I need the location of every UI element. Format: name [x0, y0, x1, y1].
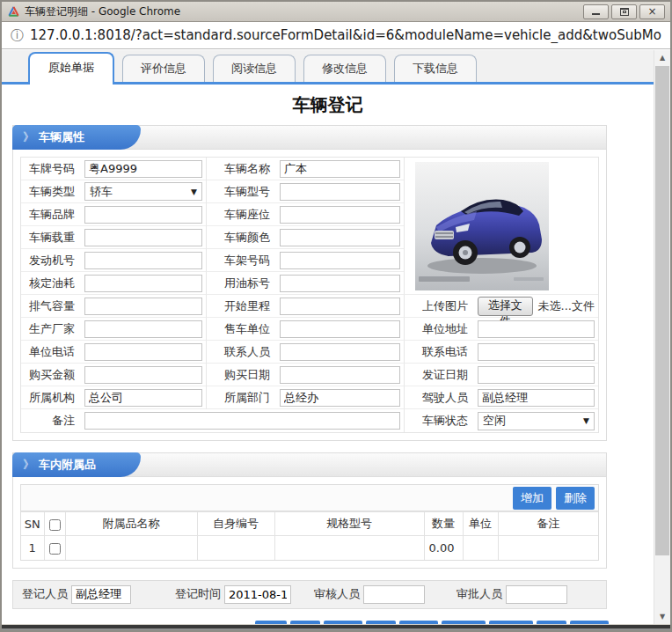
cell-accessory-name[interactable] [65, 536, 197, 560]
file-status-text: 未选...文件 [538, 298, 595, 314]
cell-own-code[interactable] [197, 536, 274, 560]
color-input[interactable] [280, 229, 400, 246]
seller-address-input[interactable] [478, 320, 595, 338]
accessories-panel: 》车内附属品 增加 删除 [12, 452, 607, 569]
organization-input[interactable] [84, 389, 202, 407]
url-text[interactable]: 127.0.0.1:8018/?act=standard.sourceFormD… [30, 27, 661, 43]
seller-phone-input[interactable] [84, 343, 202, 361]
remark-input[interactable] [84, 412, 400, 430]
col-quantity: 数量 [424, 512, 463, 536]
purchase-date-input[interactable] [280, 366, 400, 384]
table-row: 1 0.00 [21, 536, 598, 560]
close-button[interactable]: × [639, 4, 665, 19]
contact-person-input[interactable] [280, 343, 400, 361]
browser-window: 车辆登记明细 - Google Chrome × ⓘ 127.0.0.1:801… [0, 0, 672, 632]
purchase-date-label: 购买日期 [206, 364, 276, 386]
approver-label: 审批人员 [457, 586, 502, 602]
accessories-table: SN 附属品名称 自身编号 规格型号 数量 单位 备注 1 [21, 511, 598, 560]
col-own-code: 自身编号 [197, 512, 274, 536]
cell-sn: 1 [21, 536, 44, 560]
app-logo-icon [7, 5, 20, 18]
start-mileage-input[interactable] [280, 298, 400, 315]
scroll-up-icon[interactable]: ▲ [654, 50, 670, 65]
chevron-down-icon: ▼ [191, 187, 197, 196]
choose-file-button[interactable]: 选择文件 [478, 297, 533, 316]
purchase-amount-input[interactable] [84, 366, 202, 384]
cell-quantity[interactable]: 0.00 [424, 536, 463, 560]
vehicle-form: 车牌号码 车辆名称 [20, 157, 599, 433]
delete-row-button[interactable]: 删除 [556, 487, 595, 510]
tab-modification-info[interactable]: 修改信息 [303, 55, 386, 82]
fuel-rate-label: 核定油耗 [21, 272, 81, 295]
department-input[interactable] [280, 389, 400, 407]
col-unit: 单位 [463, 512, 498, 536]
color-label: 车辆颜色 [206, 226, 276, 249]
brand-label: 车辆品牌 [21, 203, 81, 226]
add-row-button[interactable]: 增加 [513, 487, 551, 510]
cell-spec-model[interactable] [274, 536, 424, 560]
approver-input[interactable] [506, 585, 567, 604]
register-person-input[interactable] [71, 585, 131, 604]
manufacturer-label: 生产厂家 [21, 318, 81, 341]
row-checkbox[interactable] [49, 543, 61, 555]
maximize-icon [620, 8, 629, 16]
window-bottom-frame [2, 624, 670, 630]
tab-download-info[interactable]: 下载信息 [394, 55, 477, 82]
vehicle-status-select[interactable]: 空闲 ▼ [478, 412, 595, 430]
seller-phone-label: 单位电话 [21, 341, 81, 364]
contact-phone-label: 联系电话 [404, 341, 474, 364]
table-header-row: SN 附属品名称 自身编号 规格型号 数量 单位 备注 [21, 512, 598, 536]
contact-person-label: 联系人员 [206, 341, 276, 364]
plate-input[interactable] [84, 160, 202, 178]
window-title: 车辆登记明细 - Google Chrome [25, 4, 583, 19]
manufacturer-input[interactable] [84, 320, 202, 338]
vehicle-type-select[interactable]: 轿车 ▼ [84, 182, 202, 201]
brand-input[interactable] [84, 206, 202, 224]
col-sn: SN [21, 512, 44, 536]
load-input[interactable] [84, 229, 202, 246]
page-title: 车辆登记 [2, 93, 654, 117]
tab-evaluation-info[interactable]: 评价信息 [122, 55, 205, 82]
frame-no-label: 车架号码 [206, 249, 276, 272]
vehicle-name-input[interactable] [280, 160, 400, 178]
plate-label: 车牌号码 [21, 158, 81, 180]
fuel-grade-label: 用油标号 [206, 272, 276, 295]
license-date-input[interactable] [478, 366, 595, 384]
vehicle-model-label: 车辆型号 [206, 180, 276, 203]
page-info-icon[interactable]: ⓘ [11, 27, 24, 44]
fuel-grade-input[interactable] [280, 275, 400, 292]
col-spec-model: 规格型号 [274, 512, 424, 536]
select-all-checkbox[interactable] [49, 519, 61, 531]
tab-bar: 原始单据 评价信息 阅读信息 修改信息 下载信息 [2, 50, 654, 85]
engine-no-input[interactable] [84, 252, 202, 269]
vehicle-model-input[interactable] [280, 183, 400, 201]
minimize-icon [592, 12, 600, 15]
section-header: 》车辆属性 [13, 126, 606, 150]
displacement-input[interactable] [84, 298, 202, 315]
reviewer-input[interactable] [363, 585, 425, 604]
frame-no-input[interactable] [280, 252, 400, 269]
contact-phone-input[interactable] [478, 343, 595, 361]
chevron-down-icon: ▼ [583, 416, 589, 425]
driver-input[interactable] [478, 389, 595, 407]
fuel-rate-input[interactable] [84, 275, 202, 292]
address-bar[interactable]: ⓘ 127.0.0.1:8018/?act=standard.sourceFor… [2, 22, 670, 49]
vertical-scrollbar[interactable]: ▲ ▼ [654, 50, 670, 624]
tab-original-document[interactable]: 原始单据 [28, 52, 114, 85]
seller-input[interactable] [280, 320, 400, 338]
tab-reading-info[interactable]: 阅读信息 [213, 55, 296, 82]
scroll-down-icon[interactable]: ▼ [654, 609, 670, 624]
maximize-button[interactable] [611, 4, 637, 19]
scrollbar-thumb[interactable] [655, 66, 669, 555]
section-title: 车辆属性 [39, 130, 84, 143]
cell-remark[interactable] [498, 536, 598, 560]
register-time-input[interactable] [224, 585, 291, 604]
minimize-button[interactable] [583, 4, 609, 19]
start-mileage-label: 开始里程 [206, 295, 276, 318]
department-label: 所属部门 [206, 386, 276, 409]
upload-label: 上传图片 [404, 295, 474, 318]
displacement-label: 排气容量 [21, 295, 81, 318]
register-time-label: 登记时间 [175, 586, 221, 602]
seats-input[interactable] [280, 206, 400, 224]
cell-unit[interactable] [463, 536, 498, 560]
